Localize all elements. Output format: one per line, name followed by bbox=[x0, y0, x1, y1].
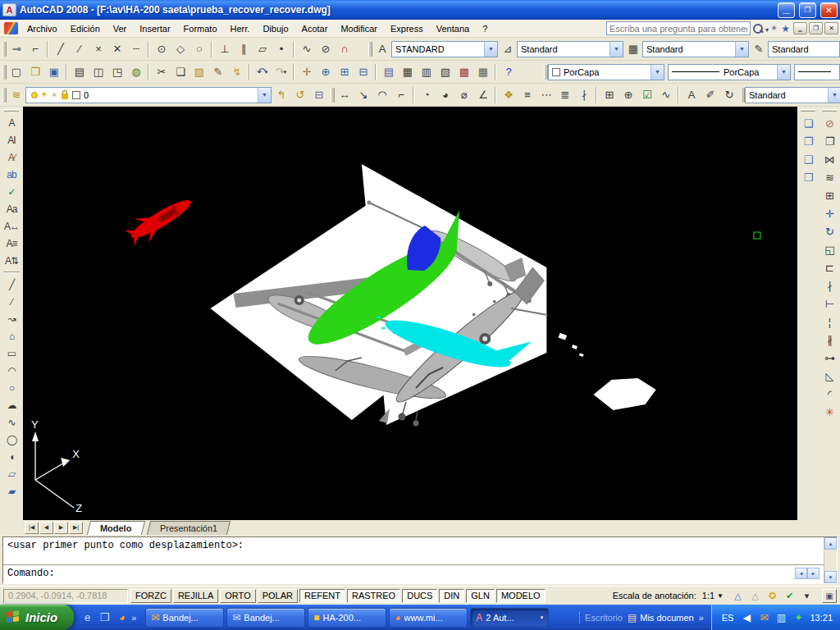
snap-node-icon[interactable]: • bbox=[272, 40, 290, 58]
dim-inspect-icon[interactable]: ☑ bbox=[637, 86, 656, 104]
3d-dwf-icon[interactable]: ◍ bbox=[126, 63, 145, 81]
menu-formato[interactable]: Formato bbox=[177, 21, 224, 36]
toolbar-grip[interactable] bbox=[822, 109, 837, 112]
taskbar-task-firefox[interactable]: ◕www.mi... bbox=[389, 608, 468, 628]
menu-acotar[interactable]: Acotar bbox=[295, 21, 335, 36]
combo-arrow-icon[interactable] bbox=[609, 42, 623, 57]
snap-quadrant-icon[interactable]: ◇ bbox=[171, 40, 189, 58]
send-to-back-icon[interactable]: ❐ bbox=[799, 132, 818, 150]
snap-apparent-intersection-icon[interactable]: ✕ bbox=[107, 40, 126, 58]
layer-lock-icon[interactable] bbox=[62, 94, 68, 99]
quick-launch-overflow-icon[interactable] bbox=[131, 613, 136, 623]
dim-linear-icon[interactable]: ↔ bbox=[335, 86, 354, 104]
ellipse-arc-icon[interactable]: ◖ bbox=[2, 448, 21, 465]
layer-states-manager-icon[interactable]: ⊟ bbox=[309, 86, 328, 104]
toggle-rastreo[interactable]: RASTREO bbox=[347, 589, 400, 603]
text-style-icon[interactable]: Aa bbox=[2, 200, 21, 217]
menu-modificar[interactable]: Modificar bbox=[334, 21, 384, 36]
osnap-settings-icon[interactable]: ∩ bbox=[335, 40, 354, 58]
red-aircraft-silhouette[interactable] bbox=[122, 189, 198, 250]
chamfer-icon[interactable]: ◺ bbox=[820, 367, 839, 385]
menu-edicion[interactable]: Edición bbox=[64, 21, 107, 36]
combo-arrow-icon[interactable] bbox=[828, 88, 840, 103]
sheet-set-manager-icon[interactable]: ▧ bbox=[436, 63, 454, 81]
drawing-canvas[interactable]: Y X Z Modelo Presentación1 bbox=[23, 107, 797, 535]
table-style-manager-icon[interactable]: ▦ bbox=[623, 40, 642, 58]
spell-check-icon[interactable]: ✓ bbox=[2, 183, 21, 200]
plot-icon[interactable]: ▤ bbox=[70, 63, 89, 81]
snap-insert-icon[interactable]: ▱ bbox=[253, 40, 272, 58]
command-scrollbar[interactable]: ▲ ▼ bbox=[824, 537, 837, 583]
toolbar-lock-icon[interactable]: ✪ bbox=[765, 589, 778, 602]
paste-icon[interactable]: ▨ bbox=[189, 63, 208, 81]
favorites-icon[interactable] bbox=[781, 23, 790, 34]
table-style-combo[interactable]: Standard bbox=[642, 41, 749, 57]
dim-style-manager-icon[interactable]: ⊿ bbox=[498, 40, 517, 58]
match-properties-icon[interactable]: ✎ bbox=[208, 63, 227, 81]
dropdown-arrow-icon[interactable]: ▾ bbox=[284, 69, 287, 75]
layer-on-off-icon[interactable] bbox=[31, 92, 38, 98]
zoom-window-icon[interactable]: ⊞ bbox=[335, 63, 354, 81]
search-dropdown-icon[interactable] bbox=[765, 24, 769, 34]
dim-ordinate-icon[interactable]: ⌐ bbox=[391, 86, 410, 104]
tab-nav-next-button[interactable] bbox=[54, 522, 68, 534]
toolbar-grip[interactable] bbox=[801, 109, 815, 112]
close-button[interactable] bbox=[820, 2, 838, 18]
offset-icon[interactable]: ≋ bbox=[820, 168, 839, 186]
command-prompt[interactable]: Comando: bbox=[7, 568, 55, 579]
publish-icon[interactable]: ◳ bbox=[107, 63, 126, 81]
copy-icon[interactable]: ❏ bbox=[171, 63, 189, 81]
line-icon[interactable]: ╱ bbox=[2, 276, 21, 293]
designcenter-icon[interactable]: ▦ bbox=[398, 63, 417, 81]
communication-center-icon[interactable] bbox=[770, 23, 778, 34]
clean-screen-button[interactable]: ▣ bbox=[822, 589, 837, 603]
scale-text-icon[interactable]: A↔ bbox=[2, 217, 21, 235]
toggle-refent[interactable]: REFENT bbox=[299, 589, 345, 603]
menu-herr[interactable]: Herr. bbox=[224, 21, 257, 36]
text-style-manager-icon[interactable]: A bbox=[372, 40, 391, 58]
trim-icon[interactable]: ∤ bbox=[820, 276, 839, 294]
make-block-icon[interactable]: ▰ bbox=[2, 482, 21, 500]
menu-ventana[interactable]: Ventana bbox=[430, 21, 476, 36]
find-text-icon[interactable]: ab bbox=[2, 166, 21, 183]
toggle-gln[interactable]: GLN bbox=[466, 589, 495, 603]
combo-arrow-icon[interactable] bbox=[484, 42, 497, 57]
quick-launch-app-icon[interactable]: ❒ bbox=[97, 609, 112, 626]
tray-network-icon[interactable]: ▥ bbox=[774, 612, 788, 623]
snap-nearest-icon[interactable]: ∿ bbox=[297, 40, 316, 58]
minimize-button[interactable] bbox=[778, 2, 795, 18]
construction-line-icon[interactable]: ∕ bbox=[2, 293, 21, 310]
command-scroll-right-button[interactable]: ▶ bbox=[807, 568, 819, 579]
stretch-icon[interactable]: ⊏ bbox=[820, 258, 839, 276]
annotation-visibility-icon[interactable]: △ bbox=[731, 589, 744, 602]
text-style-combo[interactable]: STANDARD bbox=[391, 41, 498, 57]
language-indicator[interactable]: ES bbox=[722, 613, 734, 623]
join-icon[interactable]: ⊶ bbox=[820, 349, 839, 367]
taskbar-task-bandeja-2[interactable]: ✉Bandej... bbox=[226, 608, 305, 628]
multileader-style-combo[interactable]: Standard bbox=[768, 41, 840, 57]
arc-icon[interactable]: ◠ bbox=[2, 362, 21, 379]
combo-arrow-icon[interactable] bbox=[777, 65, 790, 80]
scroll-up-icon[interactable]: ▲ bbox=[824, 537, 837, 550]
fillet-icon[interactable]: ◜ bbox=[820, 385, 839, 403]
snap-midpoint-icon[interactable]: ∕ bbox=[70, 40, 89, 58]
menu-ver[interactable]: Ver bbox=[107, 21, 134, 36]
explode-icon[interactable]: ✳ bbox=[820, 403, 839, 421]
temp-track-point-icon[interactable]: ⌐ bbox=[25, 40, 44, 58]
circle-icon[interactable]: ○ bbox=[2, 379, 21, 396]
dropdown-arrow-icon[interactable]: ▾ bbox=[541, 614, 544, 621]
save-icon[interactable]: ▣ bbox=[44, 63, 63, 81]
snap-from-icon[interactable]: ⊸ bbox=[7, 40, 25, 58]
mdi-close-button[interactable] bbox=[824, 22, 838, 34]
space-trans-icon[interactable]: A⇅ bbox=[2, 252, 21, 269]
snap-center-icon[interactable]: ⊙ bbox=[152, 40, 171, 58]
combo-arrow-icon[interactable] bbox=[735, 42, 748, 57]
dim-space-icon[interactable]: ≣ bbox=[555, 86, 574, 104]
extend-icon[interactable]: ⊢ bbox=[820, 294, 839, 313]
taskbar-task-bandeja-1[interactable]: ✉Bandej... bbox=[145, 608, 224, 628]
cut-icon[interactable]: ✂ bbox=[152, 63, 171, 81]
color-combo[interactable]: PorCapa bbox=[548, 64, 664, 80]
qnew-icon[interactable]: ▢ bbox=[7, 63, 25, 81]
toggle-ducs[interactable]: DUCS bbox=[402, 589, 437, 603]
taskbar-task-ha200-folder[interactable]: ■HA-200... bbox=[308, 608, 386, 628]
